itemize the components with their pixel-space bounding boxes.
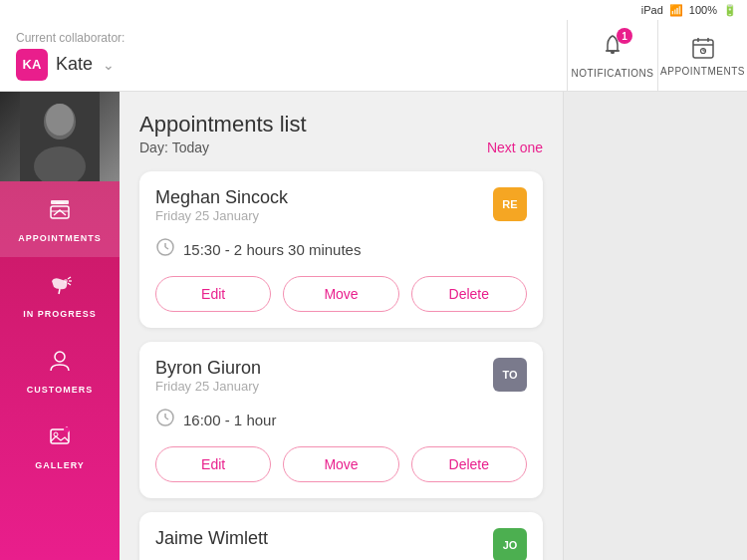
- appointment-date-2: Friday 25 January: [155, 379, 261, 394]
- card-header-1: Meghan Sincock Friday 25 January RE: [155, 187, 527, 233]
- right-panel: [563, 92, 747, 560]
- move-button-1[interactable]: Move: [283, 276, 398, 312]
- svg-line-27: [165, 247, 168, 249]
- gallery-sidebar-label: GALLERY: [35, 460, 85, 470]
- in-progress-sidebar-label: IN PROGRESS: [23, 309, 97, 319]
- svg-point-20: [55, 352, 65, 362]
- customers-sidebar-label: CUSTOMERS: [27, 385, 93, 395]
- main-layout: APPOINTMENTS IN PROGRESS: [0, 92, 747, 560]
- notifications-button[interactable]: 1 NOTIFICATIONS: [568, 20, 657, 91]
- customer-info-2: Byron Giuron Friday 25 January: [155, 358, 261, 404]
- collaborator-info[interactable]: KA Kate ⌄: [16, 49, 551, 81]
- day-row: Day: Today Next one: [139, 140, 543, 155]
- carrier-text: iPad: [641, 4, 663, 16]
- clock-icon-2: [155, 408, 175, 432]
- customer-name-1: Meghan Sincock: [155, 187, 288, 208]
- svg-line-30: [165, 418, 168, 420]
- customer-info-1: Meghan Sincock Friday 25 January: [155, 187, 288, 233]
- time-row-2: 16:00 - 1 hour: [155, 408, 527, 432]
- edit-button-1[interactable]: Edit: [155, 276, 271, 312]
- header-actions: 1 NOTIFICATIONS APPOINTMENTS: [567, 20, 747, 91]
- battery-icon: 🔋: [723, 4, 737, 17]
- wifi-icon: 📶: [669, 4, 683, 17]
- appointments-header-label: APPOINTMENTS: [660, 66, 745, 77]
- card-header-2: Byron Giuron Friday 25 January TO: [155, 358, 527, 404]
- next-one-button[interactable]: Next one: [487, 140, 543, 155]
- appointments-sidebar-label: APPOINTMENTS: [18, 233, 102, 243]
- notification-badge: 1: [617, 28, 632, 44]
- svg-point-16: [64, 279, 68, 283]
- collaborator-name: Kate: [56, 54, 93, 75]
- day-label: Day: Today: [139, 140, 209, 155]
- appointments-header: Appointments list Day: Today Next one: [139, 112, 543, 155]
- appointment-card-1: Meghan Sincock Friday 25 January RE 15:3…: [139, 171, 543, 328]
- appointment-date-1: Friday 25 January: [155, 208, 288, 223]
- customer-name-2: Byron Giuron: [155, 358, 261, 379]
- time-row-1: 15:30 - 2 hours 30 minutes: [155, 237, 527, 262]
- svg-point-12: [46, 104, 74, 136]
- appointment-card-3: Jaime Wimlett JO: [139, 512, 543, 560]
- svg-rect-14: [51, 206, 69, 218]
- sidebar-item-customers[interactable]: CUSTOMERS: [0, 333, 120, 409]
- chevron-down-icon[interactable]: ⌄: [103, 57, 115, 73]
- sidebar-item-in-progress[interactable]: IN PROGRESS: [0, 257, 120, 333]
- collaborator-section: Current collaborator: KA Kate ⌄: [0, 21, 567, 91]
- svg-line-19: [68, 283, 71, 285]
- appointments-header-button[interactable]: APPOINTMENTS: [657, 20, 747, 91]
- status-bar: iPad 📶 100% 🔋: [0, 0, 747, 20]
- card-actions-1: Edit Move Delete: [155, 276, 527, 312]
- profile-silhouette: [20, 92, 100, 181]
- content-area: Appointments list Day: Today Next one Me…: [120, 92, 563, 560]
- time-text-2: 16:00 - 1 hour: [183, 412, 276, 428]
- page-title: Appointments list: [139, 112, 543, 138]
- card-actions-2: Edit Move Delete: [155, 446, 527, 482]
- service-badge-3: JO: [493, 528, 527, 560]
- notifications-label: NOTIFICATIONS: [572, 68, 654, 79]
- svg-line-17: [68, 277, 71, 279]
- profile-image: [0, 92, 120, 181]
- clock-icon-1: [155, 237, 175, 262]
- appointments-icon: [46, 195, 74, 227]
- calendar-icon: [689, 34, 717, 62]
- collaborator-label: Current collaborator:: [16, 31, 551, 45]
- card-header-3: Jaime Wimlett JO: [155, 528, 527, 560]
- service-badge-1: RE: [493, 187, 527, 221]
- battery-text: 100%: [689, 4, 717, 16]
- in-progress-icon: [46, 271, 74, 303]
- customer-name-3: Jaime Wimlett: [155, 528, 268, 549]
- notification-icon: 1: [599, 32, 626, 64]
- move-button-2[interactable]: Move: [283, 446, 398, 482]
- appointment-card-2: Byron Giuron Friday 25 January TO 16:00 …: [139, 342, 543, 498]
- customer-info-3: Jaime Wimlett: [155, 528, 268, 549]
- avatar: KA: [16, 49, 48, 81]
- service-badge-2: TO: [493, 358, 527, 392]
- sidebar: APPOINTMENTS IN PROGRESS: [0, 92, 120, 560]
- sidebar-item-appointments[interactable]: APPOINTMENTS: [0, 181, 120, 257]
- sidebar-profile: [0, 92, 120, 181]
- sidebar-item-gallery[interactable]: GALLERY: [0, 409, 120, 484]
- customers-icon: [46, 347, 74, 379]
- top-header: Current collaborator: KA Kate ⌄ 1 NOTIFI…: [0, 20, 747, 92]
- gallery-icon: [46, 422, 74, 454]
- delete-button-2[interactable]: Delete: [411, 446, 527, 482]
- edit-button-2[interactable]: Edit: [155, 446, 271, 482]
- delete-button-1[interactable]: Delete: [411, 276, 527, 312]
- time-text-1: 15:30 - 2 hours 30 minutes: [183, 241, 361, 258]
